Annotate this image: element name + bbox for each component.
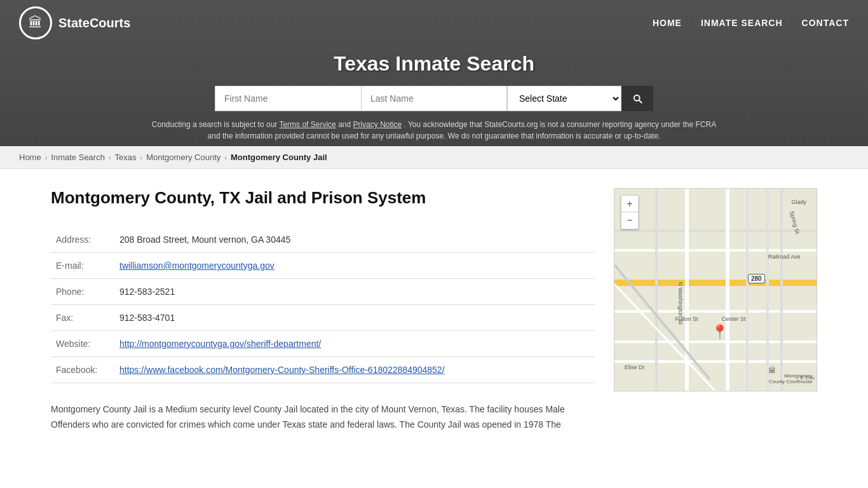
info-table: Address: 208 Broad Street, Mount vernon,… [51,227,595,383]
nav-links: HOME INMATE SEARCH CONTACT [653,18,849,28]
email-label: E-mail: [51,253,114,279]
nav-contact[interactable]: CONTACT [802,18,849,28]
road-svg [614,189,817,391]
map-zoom-controls: + − [621,195,639,229]
map-label-elise: Elise Dr [625,364,645,370]
phone-value: 912-583-2521 [114,279,595,305]
search-bar: Select StateAlabamaAlaskaArizonaArkansas… [215,86,653,111]
breadcrumb-county[interactable]: Montgomery County [146,152,220,162]
facebook-value: https://www.facebook.com/Montgomery-Coun… [114,357,595,383]
breadcrumb-sep-4: › [224,154,227,161]
facebook-label: Facebook: [51,357,114,383]
logo-text: StateCourts [58,16,130,30]
zoom-in-button[interactable]: + [621,196,638,212]
breadcrumb: Home › Inmate Search › Texas › Montgomer… [0,146,868,169]
search-icon [632,93,643,104]
map-pin: 📍 [711,324,728,341]
route-shield: 280 [748,274,765,283]
nav-home[interactable]: HOME [653,18,682,28]
terms-link[interactable]: Terms of Service [279,120,336,129]
table-row: Address: 208 Broad Street, Mount vernon,… [51,227,595,253]
website-link[interactable]: http://montgomerycountyga.gov/sheriff-de… [119,339,321,349]
email-value: twilliamson@montgomerycountyga.gov [114,253,595,279]
table-row: E-mail: twilliamson@montgomerycountyga.g… [51,253,595,279]
logo-icon: 🏛 [19,6,52,39]
breadcrumb-sep-3: › [140,154,143,161]
breadcrumb-home[interactable]: Home [19,152,41,162]
table-row: Fax: 912-583-4701 [51,305,595,331]
table-row: Phone: 912-583-2521 [51,279,595,305]
map-section: 280 Glady N Washington St Railroad Ave S… [614,188,817,433]
first-name-input[interactable] [215,86,361,111]
breadcrumb-sep-1: › [45,154,48,161]
top-navigation: 🏛 StateCourts HOME INMATE SEARCH CONTACT [0,0,868,46]
breadcrumb-inmate-search[interactable]: Inmate Search [51,152,105,162]
phone-label: Phone: [51,279,114,305]
fax-label: Fax: [51,305,114,331]
logo-area: 🏛 StateCourts [19,6,130,39]
map-background: 280 Glady N Washington St Railroad Ave S… [614,189,817,391]
search-button[interactable] [621,86,653,111]
breadcrumb-current: Montgomery County Jail [231,152,327,162]
breadcrumb-sep-2: › [109,154,111,161]
page-heading: Montgomery County, TX Jail and Prison Sy… [51,188,595,208]
map-label-fulton: Fulton St [675,316,698,322]
map-container[interactable]: 280 Glady N Washington St Railroad Ave S… [614,188,817,391]
courthouse-icon: 🏛 [768,366,776,375]
table-row: Facebook: https://www.facebook.com/Montg… [51,357,595,383]
site-header: 🏛 StateCourts HOME INMATE SEARCH CONTACT… [0,0,868,146]
main-content: Montgomery County, TX Jail and Prison Sy… [0,169,868,452]
page-title: Texas Inmate Search [334,52,534,76]
disclaimer-text: Conducting a search is subject to our Te… [148,119,720,142]
svg-line-1 [614,284,716,391]
privacy-link[interactable]: Privacy Notice [353,120,402,129]
nav-inmate-search[interactable]: INMATE SEARCH [701,18,783,28]
email-link[interactable]: twilliamson@montgomerycountyga.gov [119,261,275,271]
zoom-out-button[interactable]: − [621,212,638,229]
breadcrumb-state[interactable]: Texas [115,152,137,162]
map-label-center: Center St [722,316,746,322]
map-label-railroad: Railroad Ave [768,254,801,260]
website-value: http://montgomerycountyga.gov/sheriff-de… [114,331,595,357]
map-label-courthouse: Montgomery County Courthouse [768,373,813,384]
last-name-input[interactable] [361,86,507,111]
facebook-link[interactable]: https://www.facebook.com/Montgomery-Coun… [119,365,445,375]
state-select[interactable]: Select StateAlabamaAlaskaArizonaArkansas… [507,86,621,111]
description-text: Montgomery County Jail is a Medium secur… [51,402,595,433]
address-label: Address: [51,227,114,253]
info-section: Montgomery County, TX Jail and Prison Sy… [51,188,614,433]
fax-value: 912-583-4701 [114,305,595,331]
table-row: Website: http://montgomerycountyga.gov/s… [51,331,595,357]
map-label-glady: Glady [792,199,807,205]
address-value: 208 Broad Street, Mount vernon, GA 30445 [114,227,595,253]
website-label: Website: [51,331,114,357]
